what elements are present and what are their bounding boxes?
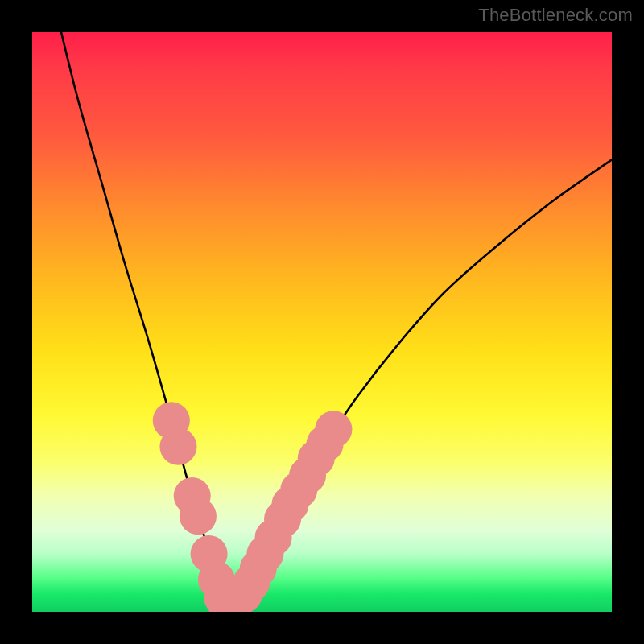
plot-area: [32, 32, 612, 612]
marker-point: [159, 428, 196, 465]
marker-point: [180, 497, 217, 535]
attribution-text: TheBottleneck.com: [478, 5, 633, 26]
bottleneck-curve: [61, 32, 612, 606]
chart-container: TheBottleneck.com: [0, 0, 644, 644]
highlighted-points: [153, 402, 353, 612]
marker-point: [315, 411, 352, 448]
chart-svg: [32, 32, 612, 612]
